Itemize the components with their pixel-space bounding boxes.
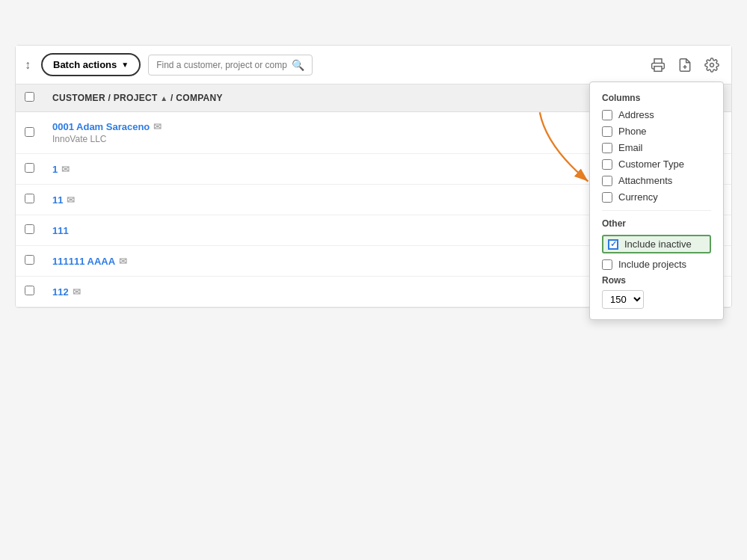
customer-name[interactable]: 112✉ xyxy=(52,286,603,298)
customer-column-header[interactable]: CUSTOMER / PROJECT ▲ / COMPANY xyxy=(43,84,612,112)
column-option-label: Address xyxy=(618,109,654,120)
settings-button[interactable] xyxy=(701,55,722,76)
sort-icon: ↕ xyxy=(25,58,31,72)
include-projects-checkbox[interactable] xyxy=(602,259,612,270)
toolbar-right-actions xyxy=(648,55,722,76)
column-option-email[interactable]: Email xyxy=(602,142,711,153)
select-all-checkbox-col xyxy=(16,84,43,112)
column-option-label: Email xyxy=(618,142,643,153)
include-inactive-option[interactable]: ✓ Include inactive xyxy=(602,235,711,253)
include-inactive-checkbox[interactable]: ✓ xyxy=(608,239,618,250)
column-checkbox-3[interactable] xyxy=(602,159,612,170)
customer-name[interactable]: 111 xyxy=(52,225,603,236)
batch-actions-label: Batch actions xyxy=(53,59,117,70)
customer-name[interactable]: 0001 Adam Saraceno✉ xyxy=(52,121,603,132)
customer-name[interactable]: 1✉ xyxy=(52,164,603,175)
column-checkbox-4[interactable] xyxy=(602,176,612,186)
column-option-currency[interactable]: Currency xyxy=(602,191,711,203)
select-all-checkbox[interactable] xyxy=(25,92,34,102)
search-icon: 🔍 xyxy=(292,59,304,71)
row-checkbox-4[interactable] xyxy=(25,255,34,265)
export-button[interactable] xyxy=(674,55,695,76)
email-icon: ✉ xyxy=(119,256,127,267)
panel-divider xyxy=(602,210,711,211)
column-option-address[interactable]: Address xyxy=(602,109,711,120)
other-section-title: Other xyxy=(602,218,711,229)
row-checkbox-cell xyxy=(16,154,43,185)
email-icon: ✉ xyxy=(153,121,162,132)
column-checkbox-2[interactable] xyxy=(602,143,612,153)
row-checkbox-1[interactable] xyxy=(25,163,34,173)
row-checkbox-cell xyxy=(16,215,43,246)
include-inactive-label: Include inactive xyxy=(624,239,692,250)
column-option-label: Attachments xyxy=(618,175,672,186)
column-option-phone[interactable]: Phone xyxy=(602,126,711,137)
print-button[interactable] xyxy=(648,55,668,76)
customer-cell: 11✉ xyxy=(43,185,612,215)
row-checkbox-cell xyxy=(16,246,43,277)
email-icon: ✉ xyxy=(73,286,81,298)
customer-cell: 1✉ xyxy=(43,154,612,185)
svg-point-3 xyxy=(710,63,714,67)
row-checkbox-cell xyxy=(16,185,43,215)
company-name: InnoVate LLC xyxy=(52,134,603,144)
svg-rect-0 xyxy=(654,66,662,71)
row-checkbox-2[interactable] xyxy=(25,194,34,203)
dropdown-arrow-icon: ▼ xyxy=(121,61,129,69)
row-checkbox-0[interactable] xyxy=(25,127,34,137)
include-projects-option[interactable]: Include projects xyxy=(602,259,711,270)
column-option-label: Phone xyxy=(618,126,647,137)
search-input[interactable] xyxy=(156,60,287,70)
column-settings-panel: Columns AddressPhoneEmailCustomer TypeAt… xyxy=(589,81,724,320)
column-option-customer-type[interactable]: Customer Type xyxy=(602,159,711,170)
customer-cell: 111 xyxy=(43,215,612,246)
batch-actions-button[interactable]: Batch actions ▼ xyxy=(41,53,141,76)
column-option-label: Currency xyxy=(618,191,658,203)
customer-name[interactable]: 111111 AAAA✉ xyxy=(52,256,603,267)
row-checkbox-cell xyxy=(16,277,43,307)
columns-section-title: Columns xyxy=(602,93,711,103)
column-checkbox-5[interactable] xyxy=(602,192,612,203)
rows-select[interactable]: 150 100 50 25 xyxy=(602,290,644,309)
customer-name[interactable]: 11✉ xyxy=(52,194,603,206)
customer-cell: 112✉ xyxy=(43,277,612,307)
column-option-label: Customer Type xyxy=(618,159,684,170)
column-option-attachments[interactable]: Attachments xyxy=(602,175,711,186)
search-box: 🔍 xyxy=(148,55,313,76)
column-checkbox-1[interactable] xyxy=(602,126,612,137)
customer-cell: 111111 AAAA✉ xyxy=(43,246,612,277)
rows-title: Rows xyxy=(602,275,711,286)
toolbar: ↕ Batch actions ▼ 🔍 xyxy=(16,46,731,84)
include-projects-label: Include projects xyxy=(618,259,686,270)
column-checkbox-0[interactable] xyxy=(602,110,612,120)
sort-arrow-icon: ▲ xyxy=(160,94,167,102)
customer-cell: 0001 Adam Saraceno✉InnoVate LLC xyxy=(43,112,612,154)
row-checkbox-3[interactable] xyxy=(25,224,34,234)
email-icon: ✉ xyxy=(61,164,70,175)
email-icon: ✉ xyxy=(67,194,75,206)
row-checkbox-5[interactable] xyxy=(25,286,34,295)
rows-section: Rows 150 100 50 25 xyxy=(602,275,711,309)
row-checkbox-cell xyxy=(16,112,43,154)
